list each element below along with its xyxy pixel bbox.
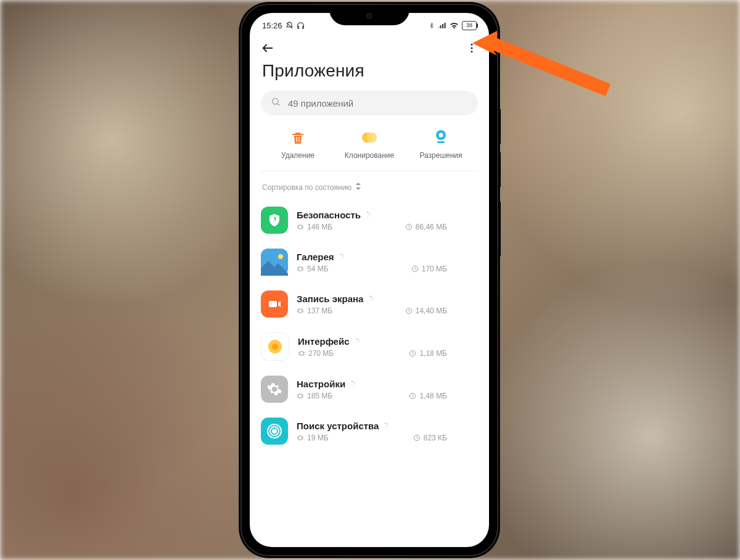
svg-point-35 bbox=[343, 256, 343, 257]
clock-icon bbox=[405, 307, 413, 315]
phone-frame: 15:26 bbox=[240, 4, 498, 556]
svg-point-45 bbox=[370, 295, 371, 297]
svg-point-34 bbox=[342, 255, 343, 256]
app-icon-settings bbox=[261, 376, 288, 403]
data-size: 86,46 МБ bbox=[405, 223, 478, 231]
svg-rect-63 bbox=[300, 352, 303, 355]
svg-point-80 bbox=[273, 429, 276, 433]
dnd-icon bbox=[286, 22, 294, 30]
loading-spinner-icon bbox=[367, 295, 373, 302]
status-time: 15:26 bbox=[262, 21, 282, 30]
app-row-gallery[interactable]: Галерея 54 МБ 170 МБ bbox=[261, 241, 478, 283]
power-button bbox=[498, 201, 501, 257]
app-icon-gallery bbox=[261, 249, 288, 276]
app-row-screenrec[interactable]: Запись экрана 137 МБ 14,40 МБ bbox=[261, 283, 478, 325]
app-row-security[interactable]: Безопасность 146 МБ 86,46 МБ bbox=[261, 199, 478, 241]
svg-marker-18 bbox=[356, 183, 361, 185]
loading-spinner-icon bbox=[349, 381, 355, 387]
clock-icon bbox=[409, 392, 416, 400]
trash-icon bbox=[289, 129, 306, 146]
svg-point-24 bbox=[368, 216, 368, 217]
svg-point-57 bbox=[272, 344, 278, 350]
action-delete-label: Удаление bbox=[281, 151, 314, 160]
svg-point-32 bbox=[278, 254, 283, 259]
page-title: Приложения bbox=[250, 59, 489, 91]
phone-screen: 15:26 bbox=[250, 13, 489, 547]
clock-icon bbox=[409, 350, 416, 357]
svg-point-7 bbox=[471, 47, 473, 49]
app-icon-screenrec bbox=[261, 290, 288, 318]
svg-rect-3 bbox=[442, 24, 443, 28]
svg-point-9 bbox=[273, 99, 278, 104]
data-size: 823 КБ bbox=[413, 434, 478, 442]
storage-size: 19 МБ bbox=[297, 434, 329, 442]
volume-down-button bbox=[498, 152, 501, 187]
svg-point-73 bbox=[352, 385, 353, 386]
storage-size: 137 МБ bbox=[297, 307, 332, 315]
cellular-icon bbox=[438, 22, 446, 29]
chip-icon bbox=[297, 392, 304, 400]
svg-point-36 bbox=[342, 258, 343, 258]
app-row-settings[interactable]: Настройки 185 МБ 1,48 МБ bbox=[261, 368, 478, 410]
battery-indicator: 38 bbox=[462, 21, 477, 30]
clone-icon bbox=[361, 129, 378, 146]
headphones-icon bbox=[297, 22, 305, 30]
search-icon bbox=[271, 97, 281, 109]
svg-point-33 bbox=[340, 253, 342, 255]
svg-point-37 bbox=[340, 258, 341, 259]
app-list: Безопасность 146 МБ 86,46 МБ Галерея bbox=[250, 199, 489, 452]
volume-up-button bbox=[498, 109, 501, 144]
search-input[interactable] bbox=[287, 97, 468, 109]
bluetooth-icon bbox=[429, 22, 435, 30]
svg-point-60 bbox=[358, 340, 359, 341]
app-row-interface[interactable]: Интерфейс 270 МБ 1,18 МБ bbox=[261, 325, 478, 368]
action-clone-label: Клонирование bbox=[345, 151, 394, 160]
app-icon-find-device bbox=[261, 418, 288, 445]
svg-point-21 bbox=[369, 213, 370, 214]
svg-point-20 bbox=[367, 212, 368, 213]
svg-point-61 bbox=[358, 342, 358, 343]
action-permissions[interactable]: Разрешения bbox=[406, 129, 477, 160]
loading-spinner-icon bbox=[382, 422, 388, 429]
svg-point-87 bbox=[385, 427, 386, 428]
back-button[interactable] bbox=[261, 41, 274, 55]
storage-size: 54 МБ bbox=[297, 265, 329, 273]
clock-icon bbox=[405, 223, 413, 231]
data-size: 1,48 МБ bbox=[409, 392, 478, 400]
storage-size: 146 МБ bbox=[297, 223, 332, 231]
svg-point-58 bbox=[356, 338, 357, 339]
svg-point-71 bbox=[354, 383, 355, 384]
data-size: 14,40 МБ bbox=[405, 307, 478, 315]
chip-icon bbox=[297, 265, 304, 273]
more-options-button[interactable] bbox=[466, 42, 478, 54]
svg-point-23 bbox=[369, 216, 369, 216]
svg-point-49 bbox=[370, 300, 371, 301]
svg-rect-44 bbox=[269, 301, 277, 307]
app-header bbox=[250, 33, 489, 59]
svg-rect-12 bbox=[298, 137, 299, 142]
svg-line-10 bbox=[278, 104, 279, 105]
app-row-find-device[interactable]: Поиск устройства 19 МБ 823 КБ bbox=[261, 410, 478, 452]
storage-size: 185 МБ bbox=[297, 392, 332, 400]
chip-icon bbox=[297, 434, 304, 442]
app-name-label: Галерея bbox=[297, 252, 334, 262]
sort-control[interactable]: Сортировка по состоянию bbox=[250, 171, 489, 199]
svg-point-69 bbox=[352, 381, 353, 382]
svg-rect-50 bbox=[298, 309, 302, 313]
search-bar[interactable] bbox=[261, 91, 478, 115]
svg-point-83 bbox=[385, 422, 387, 424]
action-delete[interactable]: Удаление bbox=[263, 129, 334, 160]
action-permissions-label: Разрешения bbox=[419, 151, 462, 160]
svg-point-72 bbox=[353, 385, 354, 385]
svg-rect-38 bbox=[298, 267, 302, 271]
svg-point-16 bbox=[438, 133, 443, 138]
svg-rect-1 bbox=[438, 27, 439, 28]
svg-rect-74 bbox=[298, 394, 302, 398]
svg-marker-19 bbox=[356, 187, 361, 190]
svg-rect-88 bbox=[298, 436, 302, 440]
svg-point-59 bbox=[357, 339, 358, 340]
svg-rect-11 bbox=[296, 137, 297, 142]
action-clone[interactable]: Клонирование bbox=[334, 129, 405, 160]
svg-point-48 bbox=[372, 300, 372, 300]
clock-icon bbox=[413, 434, 421, 442]
